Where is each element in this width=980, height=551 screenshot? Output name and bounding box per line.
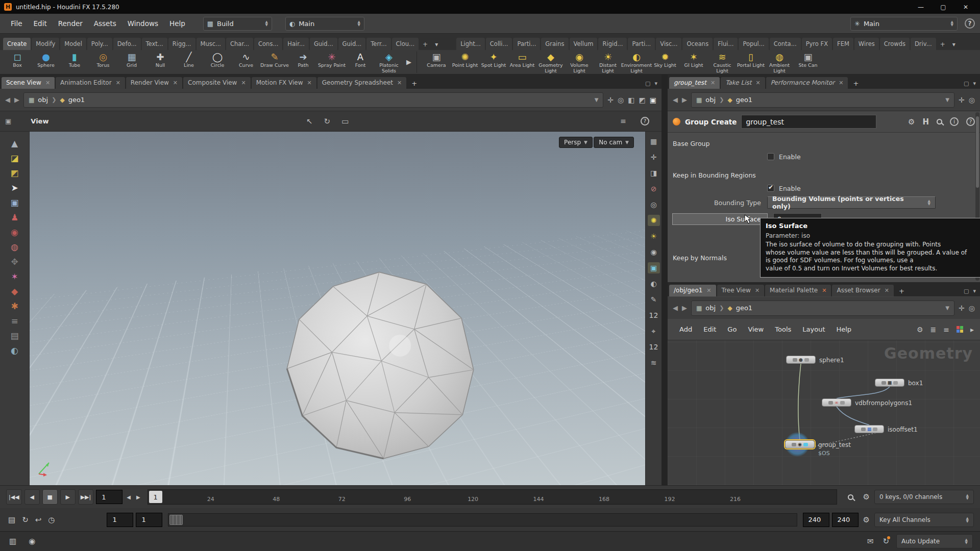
rotate-mode-icon[interactable]: ↻ bbox=[324, 117, 331, 126]
display-tool-icon[interactable]: 12 bbox=[648, 310, 660, 321]
shelf-tool[interactable]: ● Sphere bbox=[32, 51, 60, 73]
shelf-tool[interactable]: ➔ Path bbox=[289, 51, 317, 73]
pane-menu-icon[interactable]: ▾ bbox=[973, 288, 976, 294]
network-node[interactable]: ■ box1 bbox=[875, 379, 904, 387]
shelf-tab[interactable]: Modify bbox=[32, 38, 59, 50]
display-tool-icon[interactable]: ✛ bbox=[648, 152, 660, 163]
search-icon[interactable] bbox=[937, 119, 942, 124]
tool-icon[interactable]: ◪ bbox=[10, 154, 18, 163]
pane-split-icon[interactable]: ▢ bbox=[964, 80, 969, 87]
shelf-tool[interactable]: ▣ Camera bbox=[422, 51, 451, 73]
pane-tab[interactable]: Animation Editor ✕ bbox=[56, 77, 125, 89]
shelf-tab[interactable]: Poly... bbox=[87, 38, 112, 50]
shelf-tab[interactable]: Clou... bbox=[392, 38, 419, 50]
display-tool-icon[interactable]: ◨ bbox=[648, 167, 660, 179]
shelf-tool[interactable]: ✹ Sky Light bbox=[651, 51, 679, 73]
shelf-tool[interactable]: ▭ Area Light bbox=[508, 51, 536, 73]
current-frame-field[interactable]: 1 bbox=[96, 490, 122, 504]
menu-item[interactable]: File bbox=[5, 17, 28, 30]
zoom-timeline-icon[interactable] bbox=[848, 494, 853, 500]
follow-target-icon[interactable]: ◎ bbox=[618, 96, 624, 104]
node-name-label[interactable]: sphere1 bbox=[819, 357, 844, 364]
close-tab-icon[interactable]: ✕ bbox=[116, 80, 120, 86]
pane-tab[interactable]: Composite View ✕ bbox=[183, 77, 251, 89]
more-icon[interactable]: ▸ bbox=[970, 325, 974, 334]
key-all-channels-select[interactable]: Key All Channels ▲▼ bbox=[874, 513, 974, 527]
tool-icon[interactable]: ▣ bbox=[10, 198, 18, 207]
shelf-tab[interactable]: Light... bbox=[456, 38, 485, 50]
cook-refresh-icon[interactable]: ↻ bbox=[883, 537, 889, 546]
desktop-build-select[interactable]: ▦ Build ▲▼ bbox=[203, 17, 272, 31]
close-tab-icon[interactable]: ✕ bbox=[756, 80, 761, 86]
path-dropdown-icon[interactable]: ▼ bbox=[945, 97, 949, 103]
spinner-icon[interactable]: ▲▼ bbox=[965, 538, 968, 544]
pane-tab[interactable]: Geometry Spreadsheet ✕ bbox=[317, 77, 406, 89]
shelf-tool[interactable]: ✚ Null bbox=[146, 51, 175, 73]
tool-icon[interactable]: ▲ bbox=[11, 139, 18, 148]
shelf-tool[interactable]: ◈ Platonic Solids bbox=[375, 51, 403, 73]
viewport-help-icon[interactable]: ? bbox=[641, 117, 649, 126]
path-node[interactable]: geo1 bbox=[736, 96, 752, 104]
no-cam-button[interactable]: No cam ▼ bbox=[594, 137, 634, 148]
polygon-sphere[interactable] bbox=[271, 255, 490, 474]
shelf-tab[interactable]: Pyro FX bbox=[802, 38, 832, 50]
step-back-icon[interactable]: ◀ bbox=[125, 494, 132, 500]
shelf-tab[interactable]: Conta... bbox=[770, 38, 801, 50]
stop-icon[interactable]: ■ bbox=[42, 489, 58, 505]
shelf-tab[interactable]: Cons... bbox=[254, 38, 282, 50]
network-menu-item[interactable]: View bbox=[742, 323, 769, 336]
shelf-tab[interactable]: Vellum bbox=[570, 38, 598, 50]
spinner-icon[interactable]: ▲▼ bbox=[928, 199, 930, 206]
frame-ruler[interactable]: 1 24487296120144168192216 bbox=[148, 489, 837, 505]
auto-update-select[interactable]: Auto Update ▲▼ bbox=[896, 534, 973, 548]
gear-icon[interactable]: ⚙ bbox=[908, 117, 915, 127]
shelf-tab[interactable]: Create bbox=[3, 38, 31, 50]
play-icon[interactable]: ▶ bbox=[60, 489, 76, 505]
menu-item[interactable]: Edit bbox=[28, 17, 53, 30]
playback-range-slider[interactable] bbox=[168, 513, 797, 527]
base-group-enable-checkbox[interactable] bbox=[767, 153, 774, 160]
shelf-tool[interactable]: ☀ Distant Light bbox=[594, 51, 622, 73]
display-tool-icon[interactable]: ◎ bbox=[648, 199, 660, 210]
spinner-icon[interactable]: ▲▼ bbox=[357, 20, 360, 27]
display-tool-icon[interactable]: ≋ bbox=[648, 357, 660, 368]
shelf-tool[interactable]: ◯ Circle bbox=[203, 51, 232, 73]
shelf-tab[interactable]: Defo... bbox=[113, 38, 141, 50]
node-name-label[interactable]: vdbfrompolygons1 bbox=[855, 399, 912, 407]
range-start-field[interactable]: 1 bbox=[107, 513, 133, 527]
pane-split-icon[interactable]: ▢ bbox=[645, 80, 650, 87]
step-forward-icon[interactable]: ▶ bbox=[135, 494, 142, 500]
prev-frame-icon[interactable]: ◀ bbox=[24, 489, 40, 505]
shelf-tab[interactable]: Rigid... bbox=[598, 38, 627, 50]
list-lines-icon[interactable]: ≡ bbox=[943, 325, 949, 334]
display-tool-icon[interactable]: ✺ bbox=[648, 215, 660, 226]
path-field[interactable]: ▦ obj ❯ ◆ geo1 ▼ bbox=[691, 92, 954, 108]
shelf-tool[interactable]: ◎ Torus bbox=[89, 51, 117, 73]
path-field[interactable]: ▦ obj ❯ ◆ geo1 ▼ bbox=[691, 300, 954, 316]
houdini-logo-icon[interactable]: H bbox=[922, 117, 929, 127]
spinner-icon[interactable]: ▲▼ bbox=[951, 20, 953, 27]
range-end-field[interactable]: 240 bbox=[803, 513, 829, 527]
pin-icon[interactable]: ✛ bbox=[607, 96, 614, 104]
shelf-tool[interactable]: ╱ Line bbox=[175, 51, 203, 73]
shelf-tab[interactable]: Model bbox=[60, 38, 86, 50]
pane-tab[interactable]: Render View ✕ bbox=[126, 77, 182, 89]
shelf-tab[interactable]: Guid... bbox=[338, 38, 366, 50]
shelf-tab[interactable]: Driv... bbox=[911, 38, 936, 50]
pane-tab[interactable]: Tree View ✕ bbox=[717, 285, 765, 296]
path-root[interactable]: obj bbox=[38, 96, 48, 104]
tool-icon[interactable]: ≡ bbox=[11, 316, 18, 325]
shelf-tab[interactable]: Parti... bbox=[628, 38, 655, 50]
shelf-add-icon[interactable]: + bbox=[420, 39, 431, 50]
forward-icon[interactable]: ▶ bbox=[14, 96, 19, 104]
pane-tab[interactable]: Performance Monitor ✕ bbox=[766, 77, 848, 89]
go-end-icon[interactable]: ▶▶| bbox=[78, 489, 94, 505]
path-dropdown-icon[interactable]: ▼ bbox=[945, 305, 949, 311]
network-menu-item[interactable]: Go bbox=[722, 323, 742, 336]
pin-icon[interactable]: ✛ bbox=[959, 304, 965, 312]
viewport-camera-icon[interactable]: ▣ bbox=[5, 117, 11, 125]
shelf-tab[interactable]: Colli... bbox=[486, 38, 512, 50]
shelf-overflow-icon[interactable]: ▶ bbox=[403, 58, 414, 66]
menu-item[interactable]: Windows bbox=[122, 17, 164, 30]
node-name-label[interactable]: group_test bbox=[818, 441, 851, 448]
